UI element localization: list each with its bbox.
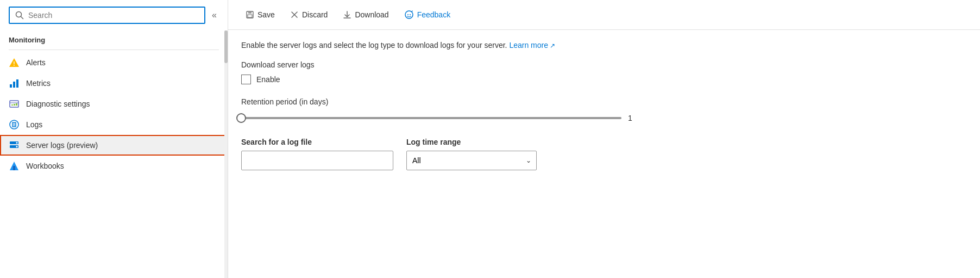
svg-line-1	[21, 17, 23, 19]
log-time-range-group: Log time range All Last hour Last 24 hou…	[406, 138, 537, 170]
sidebar-item-diagnostic[interactable]: Diagnostic settings	[0, 94, 228, 114]
svg-rect-4	[10, 84, 12, 88]
sidebar-item-workbooks[interactable]: Workbooks	[0, 156, 228, 176]
enable-checkbox-row: Enable	[241, 75, 967, 84]
sidebar-nav: Monitoring ! Alerts Metrics	[0, 30, 228, 278]
svg-text:!: !	[13, 61, 15, 67]
log-time-range-label: Log time range	[406, 138, 537, 146]
description-text: Enable the server logs and select the lo…	[241, 41, 967, 50]
search-input[interactable]	[28, 11, 199, 20]
discard-icon	[290, 10, 299, 19]
learn-more-link[interactable]: Learn more	[509, 41, 555, 50]
search-log-input[interactable]	[241, 151, 393, 170]
slider-thumb[interactable]	[236, 113, 246, 123]
slider-value: 1	[628, 114, 639, 122]
retention-section: Retention period (in days) 1	[241, 97, 967, 125]
discard-button[interactable]: Discard	[284, 6, 334, 23]
search-log-group: Search for a log file	[241, 138, 393, 170]
main-content: Save Discard Download	[228, 0, 980, 278]
enable-checkbox[interactable]	[241, 75, 251, 84]
sidebar-item-logs-label: Logs	[26, 120, 42, 129]
svg-rect-10	[14, 104, 15, 106]
svg-point-31	[407, 14, 409, 15]
svg-rect-9	[11, 104, 13, 106]
sidebar-item-logs[interactable]: Logs	[0, 114, 228, 135]
download-button[interactable]: Download	[336, 6, 395, 23]
enable-label: Enable	[256, 75, 280, 84]
sidebar-item-server-logs[interactable]: Server logs (preview)	[0, 135, 228, 156]
workbooks-icon	[9, 160, 20, 171]
sidebar-item-alerts-label: Alerts	[26, 58, 46, 67]
scrollbar-track	[224, 30, 228, 278]
svg-rect-22	[13, 166, 15, 170]
search-log-label: Search for a log file	[241, 138, 393, 146]
svg-rect-11	[16, 103, 17, 106]
search-box	[9, 7, 205, 24]
search-filter-section: Search for a log file Log time range All…	[241, 138, 967, 170]
feedback-button[interactable]: Feedback	[398, 5, 457, 24]
scrollbar-thumb[interactable]	[224, 30, 228, 63]
save-icon	[246, 10, 254, 19]
log-time-range-select[interactable]: All Last hour Last 24 hours Last 7 days …	[406, 151, 537, 170]
download-label: Download	[355, 10, 388, 19]
save-label: Save	[257, 10, 275, 19]
svg-rect-25	[248, 15, 252, 17]
feedback-icon	[404, 10, 414, 20]
sidebar-item-diagnostic-label: Diagnostic settings	[26, 100, 90, 108]
collapse-sidebar-button[interactable]: «	[210, 8, 219, 22]
diagnostic-icon	[9, 98, 20, 109]
svg-point-20	[16, 146, 18, 147]
svg-rect-24	[248, 11, 252, 14]
svg-rect-5	[13, 82, 15, 88]
monitoring-section-label: Monitoring	[0, 30, 228, 47]
sidebar-item-workbooks-label: Workbooks	[26, 162, 64, 170]
metrics-icon	[9, 78, 20, 89]
retention-label: Retention period (in days)	[241, 97, 967, 106]
sidebar-item-metrics[interactable]: Metrics	[0, 73, 228, 94]
section-divider	[9, 50, 219, 50]
content-area: Enable the server logs and select the lo…	[228, 30, 980, 278]
sidebar-item-server-logs-label: Server logs (preview)	[26, 141, 98, 150]
log-time-range-select-wrapper: All Last hour Last 24 hours Last 7 days …	[406, 151, 537, 170]
download-server-logs-label: Download server logs	[241, 60, 967, 69]
server-logs-icon	[9, 140, 20, 151]
feedback-label: Feedback	[417, 10, 450, 19]
svg-point-32	[410, 14, 411, 15]
sidebar: « Monitoring ! Alerts Metri	[0, 0, 228, 278]
download-icon	[343, 10, 351, 19]
alerts-icon: !	[9, 57, 20, 68]
search-container: «	[0, 0, 228, 30]
toolbar: Save Discard Download	[228, 0, 980, 30]
save-button[interactable]: Save	[239, 6, 281, 23]
svg-point-19	[16, 142, 18, 144]
retention-slider-container	[241, 112, 621, 125]
logs-icon	[9, 119, 20, 130]
discard-label: Discard	[302, 10, 328, 19]
search-icon	[15, 11, 24, 20]
svg-point-30	[405, 11, 413, 18]
sidebar-item-metrics-label: Metrics	[26, 79, 51, 88]
svg-rect-6	[16, 79, 18, 88]
sidebar-item-alerts[interactable]: ! Alerts	[0, 52, 228, 73]
slider-track	[241, 117, 621, 119]
slider-row: 1	[241, 112, 967, 125]
